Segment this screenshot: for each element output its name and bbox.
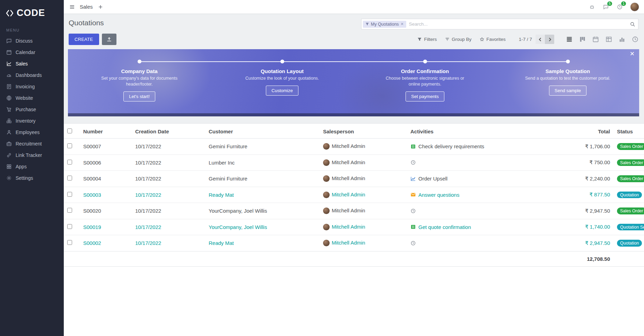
cell-creation-date: 10/17/2022 (132, 219, 205, 235)
favorites-button[interactable]: Favorites (480, 37, 506, 42)
cell-number: S00007 (80, 139, 132, 155)
lets-start-button[interactable]: Let's start! (123, 91, 155, 101)
cell-customer: YourCompany, Joel Willis (205, 203, 320, 219)
row-checkbox[interactable] (67, 143, 72, 148)
page-title: Quotations (69, 19, 104, 27)
search-icon[interactable] (630, 21, 635, 27)
sidebar-item-label: Settings (16, 175, 33, 181)
table-row[interactable]: S00020 10/17/2022 YourCompany, Joel Will… (64, 203, 644, 219)
hamburger-icon[interactable] (69, 3, 76, 10)
calendar-view-icon[interactable] (592, 36, 599, 43)
filters-button[interactable]: Filters (417, 37, 437, 42)
sidebar-item-apps[interactable]: Apps (0, 161, 64, 172)
messages-icon[interactable]: 5 (602, 3, 609, 10)
cell-activities[interactable]: Order Upsell (407, 171, 568, 187)
sidebar-item-website[interactable]: Website (0, 92, 64, 104)
cell-activities[interactable] (407, 154, 568, 171)
sidebar-item-calendar[interactable]: Calendar (0, 46, 64, 58)
table-row[interactable]: S00007 10/17/2022 Gemini Furniture Mitch… (64, 139, 644, 155)
sidebar-item-invoicing[interactable]: Invoicing (0, 81, 64, 92)
dashboards-icon (6, 72, 12, 78)
search-input[interactable] (409, 21, 630, 27)
table-row[interactable]: S00006 10/17/2022 Lumber Inc Mitchell Ad… (64, 154, 644, 171)
table-row[interactable]: S00003 10/17/2022 Ready Mat Mitchell Adm… (64, 187, 644, 203)
activities-icon[interactable]: 1 (616, 3, 623, 10)
customize-button[interactable]: Customize (266, 86, 298, 96)
cell-total: ₹ 1,706.00 (568, 139, 613, 155)
table-row[interactable]: S00019 10/17/2022 YourCompany, Joel Will… (64, 219, 644, 235)
row-checkbox[interactable] (67, 176, 72, 180)
cell-activities[interactable] (407, 235, 568, 251)
header-activities[interactable]: Activities (407, 124, 568, 139)
cell-customer: Gemini Furniture (205, 171, 320, 187)
send-sample-button[interactable]: Send sample (549, 86, 586, 96)
cell-activities[interactable]: Answer questions (407, 187, 568, 203)
row-checkbox[interactable] (67, 160, 72, 165)
plus-icon[interactable] (97, 3, 104, 10)
status-badge: Quotation (617, 192, 642, 198)
sidebar-item-discuss[interactable]: Discuss (0, 35, 64, 46)
export-button[interactable] (102, 34, 116, 45)
sidebar-item-settings[interactable]: Settings (0, 172, 64, 184)
row-checkbox[interactable] (67, 192, 72, 197)
cell-total: ₹ 2,947.50 (568, 203, 613, 219)
group-by-button[interactable]: Group By (445, 37, 471, 42)
cell-activities[interactable] (407, 203, 568, 219)
activity-view-icon[interactable] (632, 36, 638, 43)
pager-next-button[interactable] (545, 35, 554, 44)
header-status[interactable]: Status (613, 124, 644, 139)
menu-label: MENU (0, 25, 64, 35)
pager-prev-button[interactable] (536, 35, 545, 44)
cell-total: ₹ 2,947.50 (568, 235, 613, 251)
select-all-checkbox[interactable] (67, 129, 72, 133)
sidebar-item-purchase[interactable]: Purchase (0, 104, 64, 115)
header-creation-date[interactable]: Creation Date (132, 124, 205, 139)
sidebar-item-recruitment[interactable]: Recruitment (0, 138, 64, 149)
checklist-icon (410, 224, 416, 230)
filter-icon (365, 22, 369, 26)
cell-activities[interactable]: Get quote confirmation (407, 219, 568, 235)
header-number[interactable]: Number (80, 124, 132, 139)
cell-number: S00019 (80, 219, 132, 235)
cell-salesperson: Mitchell Admin (320, 235, 407, 251)
header-total[interactable]: Total (568, 124, 613, 139)
pager-counter: 1-7 / 7 (519, 37, 532, 42)
status-badge: Sales Order (617, 207, 644, 214)
list-view-icon[interactable] (566, 36, 573, 43)
facet-remove-icon[interactable]: ✕ (401, 22, 404, 26)
topbar-app-name[interactable]: Sales (80, 4, 93, 10)
step-title: Quotation Layout (261, 68, 304, 74)
row-checkbox[interactable] (67, 224, 72, 229)
table-row[interactable]: S00004 10/17/2022 Gemini Furniture Mitch… (64, 171, 644, 187)
bug-icon[interactable] (589, 3, 595, 10)
app-logo[interactable]: CODE (0, 0, 64, 25)
sidebar-item-dashboards[interactable]: Dashboards (0, 69, 64, 81)
sidebar-item-link-tracker[interactable]: Link Tracker (0, 149, 64, 161)
cell-activities[interactable]: Check delivery requirements (407, 139, 568, 155)
cell-status: Quotation (613, 235, 644, 251)
set-payments-button[interactable]: Set payments (406, 91, 444, 101)
sidebar-item-employees[interactable]: Employees (0, 126, 64, 138)
step-title: Sample Quotation (546, 68, 590, 74)
graph-view-icon[interactable] (619, 36, 625, 43)
row-checkbox[interactable] (67, 240, 72, 245)
chart-icon (410, 176, 416, 182)
salesperson-avatar (323, 207, 330, 214)
header-customer[interactable]: Customer (205, 124, 320, 139)
step-dot (423, 60, 427, 63)
user-avatar[interactable] (630, 2, 639, 11)
header-salesperson[interactable]: Salesperson (320, 124, 407, 139)
table-row[interactable]: S00002 10/17/2022 Ready Mat Mitchell Adm… (64, 235, 644, 251)
kanban-view-icon[interactable] (579, 36, 586, 43)
step-description: Set your company's data for documents he… (96, 76, 183, 87)
pivot-view-icon[interactable] (606, 36, 612, 43)
create-button[interactable]: CREATE (69, 34, 99, 45)
row-checkbox[interactable] (67, 208, 72, 213)
app-logo-text: CODE (17, 8, 45, 18)
search-bar[interactable]: My Quotations ✕ (361, 19, 638, 29)
sidebar-item-sales[interactable]: Sales (0, 58, 64, 69)
search-facet[interactable]: My Quotations ✕ (363, 21, 406, 28)
table-footer-row: 12,708.50 (64, 251, 644, 266)
sidebar-item-inventory[interactable]: Inventory (0, 115, 64, 126)
salesperson-avatar (323, 224, 330, 230)
